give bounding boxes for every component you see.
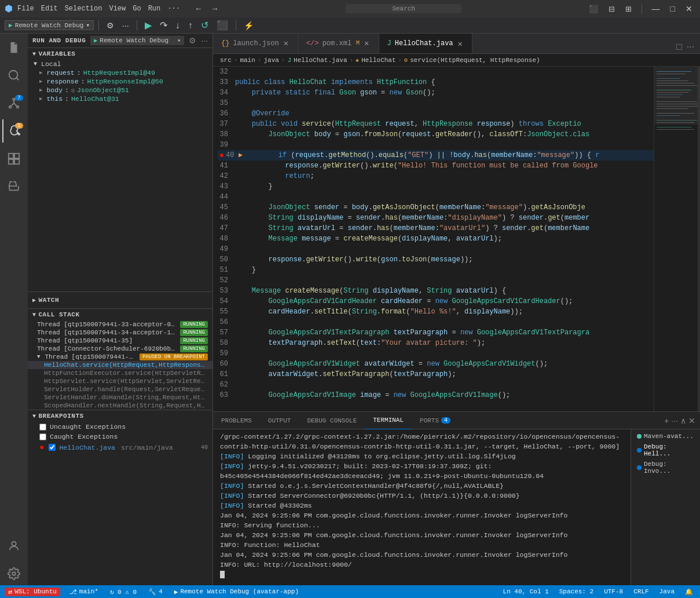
search-bar[interactable]: Search xyxy=(346,4,461,13)
tab-pom-xml-close[interactable]: ✕ xyxy=(363,38,370,48)
menu-file[interactable]: File xyxy=(17,5,34,13)
tab-pom-xml[interactable]: </> pom.xml M ✕ xyxy=(298,34,379,53)
panel-more-btn[interactable]: ··· xyxy=(671,416,678,425)
menu-view[interactable]: View xyxy=(109,5,126,13)
activity-account[interactable] xyxy=(2,534,25,557)
thread-1[interactable]: Thread [qtp1500079441-34-acceptor-1@66..… xyxy=(28,329,212,337)
bp-uncaught[interactable]: Uncaught Exceptions xyxy=(28,422,212,432)
bp-caught-checkbox[interactable] xyxy=(39,433,46,440)
activity-debug[interactable]: 1 xyxy=(2,119,25,143)
status-language[interactable]: Java xyxy=(657,588,677,595)
status-workers[interactable]: 🔧 4 xyxy=(146,588,165,596)
tab-launch-json-close[interactable]: ✕ xyxy=(283,38,289,48)
breadcrumb-src[interactable]: src xyxy=(220,57,232,64)
breadcrumb-class[interactable]: HelloChat xyxy=(361,57,395,64)
frame-servlethandler[interactable]: ServletHandler.doHandle(String,Request,H… xyxy=(28,393,212,402)
var-this[interactable]: ▶ this : HelloChat@31 xyxy=(28,94,212,103)
local-group[interactable]: ▼ Local xyxy=(28,60,212,68)
var-body[interactable]: ▶ body : ◎ JsonObject@51 xyxy=(28,86,212,94)
new-terminal-btn[interactable]: + xyxy=(664,416,669,425)
more-actions-btn[interactable]: ··· xyxy=(686,41,695,53)
run-config-selector[interactable]: ▶ Remote Watch Debug ▾ xyxy=(5,20,94,30)
grid-btn[interactable]: ⊞ xyxy=(622,3,635,14)
tab-hellachat-java[interactable]: J HelloChat.java ✕ xyxy=(379,34,472,53)
status-encoding[interactable]: UTF-8 xyxy=(602,588,625,595)
frame-hellachat[interactable]: HelloChat.service(HttpRequest,HttpRespon… xyxy=(28,361,212,369)
status-line-col[interactable]: Ln 40, Col 1 xyxy=(501,588,551,595)
activity-explorer[interactable] xyxy=(2,36,25,59)
panel-tab-output[interactable]: OUTPUT xyxy=(260,412,299,429)
nav-forward-btn[interactable]: → xyxy=(208,3,222,14)
minimap-scrollbar[interactable] xyxy=(698,67,700,411)
debug-settings-btn[interactable]: ⚙ xyxy=(104,20,117,31)
lightning-btn[interactable]: ⚡ xyxy=(241,20,256,31)
bp-uncaught-checkbox[interactable] xyxy=(39,424,46,431)
code-editor[interactable]: 32 33 public class HelloChat implements … xyxy=(213,67,654,411)
activity-settings[interactable] xyxy=(2,562,25,585)
maximize-btn[interactable]: □ xyxy=(668,3,678,14)
menu-edit[interactable]: Edit xyxy=(41,5,58,13)
bp-hellachat-checkbox[interactable] xyxy=(49,444,56,451)
callstack-header[interactable]: ▼ CALL STACK xyxy=(28,309,212,320)
debug-settings-icon[interactable]: ⚙ xyxy=(189,36,196,45)
activity-testing[interactable] xyxy=(2,175,25,198)
menu-selection[interactable]: Selection xyxy=(65,5,102,13)
panel-tab-debug-console[interactable]: DEBUG CONSOLE xyxy=(299,412,365,429)
close-btn[interactable]: ✕ xyxy=(683,3,695,14)
panel-tab-terminal[interactable]: TERMINAL xyxy=(365,412,412,429)
debug-hell-item[interactable]: Debug: Hell... xyxy=(633,442,698,458)
var-response[interactable]: ▶ response : HttpResponseImpl@50 xyxy=(28,77,212,86)
nav-back-btn[interactable]: ← xyxy=(192,3,206,14)
activity-extensions[interactable] xyxy=(2,147,25,170)
watch-header[interactable]: ▶ WATCH xyxy=(28,294,212,306)
tab-hellachat-close[interactable]: ✕ xyxy=(457,39,464,49)
debug-config-picker[interactable]: ▶ Remote Watch Debug ▾ xyxy=(90,36,184,45)
breadcrumb-method[interactable]: service(HttpRequest, HttpResponse) xyxy=(410,57,540,64)
step-over-btn[interactable]: ↷ xyxy=(157,19,170,32)
step-out-btn[interactable]: ↑ xyxy=(185,19,196,32)
tab-launch-json[interactable]: {} launch.json ✕ xyxy=(213,34,298,53)
frame-scopedhandler[interactable]: ScopedHandler.nextHandle(String,Request,… xyxy=(28,402,212,410)
terminal-content[interactable]: /grpc-context/1.27.2/grpc-context-1.27.2… xyxy=(213,429,631,585)
split-btn[interactable]: ⊟ xyxy=(606,3,618,14)
activity-source-control[interactable]: 7 xyxy=(2,92,25,115)
activity-search[interactable] xyxy=(2,64,25,87)
status-eol[interactable]: CRLF xyxy=(631,588,651,595)
variables-header[interactable]: ▼ VARIABLES xyxy=(28,48,212,60)
bp-caught[interactable]: Caught Exceptions xyxy=(28,432,212,442)
frame-httpfn[interactable]: HttpFunctionExecutor.service(HttpServlet… xyxy=(28,369,212,377)
menu-go[interactable]: Go xyxy=(133,5,141,13)
status-branch[interactable]: ⎇ main* xyxy=(67,588,101,596)
panel-maximize-btn[interactable]: ∧ xyxy=(680,416,686,425)
panel-tab-problems[interactable]: PROBLEMS xyxy=(213,412,260,429)
panel-close-btn[interactable]: ✕ xyxy=(688,416,695,425)
var-request[interactable]: ▶ request : HttpRequestImpl@49 xyxy=(28,68,212,77)
thread-3[interactable]: Thread [Connector-Scheduler-6920b0bc-1] … xyxy=(28,345,212,353)
thread-2[interactable]: Thread [qtp1500079441-35] RUNNING xyxy=(28,337,212,345)
disconnect-btn[interactable]: ⬛ xyxy=(214,19,231,32)
step-into-btn[interactable]: ↓ xyxy=(173,19,183,32)
restart-btn[interactable]: ↺ xyxy=(198,19,211,32)
status-spaces[interactable]: Spaces: 2 xyxy=(557,588,596,595)
panel-tab-ports[interactable]: PORTS 4 xyxy=(412,412,459,429)
breadcrumb-file[interactable]: HelloChat.java xyxy=(294,57,347,64)
breadcrumb-main[interactable]: main xyxy=(240,57,255,64)
breakpoints-header[interactable]: ▼ BREAKPOINTS xyxy=(28,410,212,422)
debug-more-icon[interactable]: ··· xyxy=(201,36,208,45)
menu-run[interactable]: Run xyxy=(148,5,161,13)
frame-httpservlet[interactable]: HttpServlet.service(HttpServlet,ServletR… xyxy=(28,377,212,385)
thread-0[interactable]: Thread [qtp1500079441-33-acceptor-0@48..… xyxy=(28,320,212,329)
split-editor-btn[interactable]: □ xyxy=(675,41,683,53)
maven-terminal-item[interactable]: Maven-avat... xyxy=(633,432,698,441)
status-debug-config[interactable]: ▶ Remote Watch Debug (avatar-app) xyxy=(172,588,301,596)
layout-btn[interactable]: ⬛ xyxy=(586,3,601,14)
thread-4-paused[interactable]: ▼ Thread [qtp1500079441-37] PAUSED ON BR… xyxy=(28,353,212,361)
debug-more-btn[interactable]: ··· xyxy=(119,20,132,31)
breadcrumb-java[interactable]: java xyxy=(263,57,278,64)
status-notifications[interactable]: 🔔 xyxy=(683,588,695,596)
bp-hellachat[interactable]: ● HelloChat.java src/main/java 40 xyxy=(28,442,212,453)
menu-more[interactable]: ··· xyxy=(167,5,180,13)
status-sync[interactable]: ↻ 0 ⚠ 0 xyxy=(108,588,139,596)
status-remote[interactable]: ⇄ WSL: Ubuntu xyxy=(5,588,60,596)
continue-btn[interactable]: ▶ xyxy=(142,19,155,32)
